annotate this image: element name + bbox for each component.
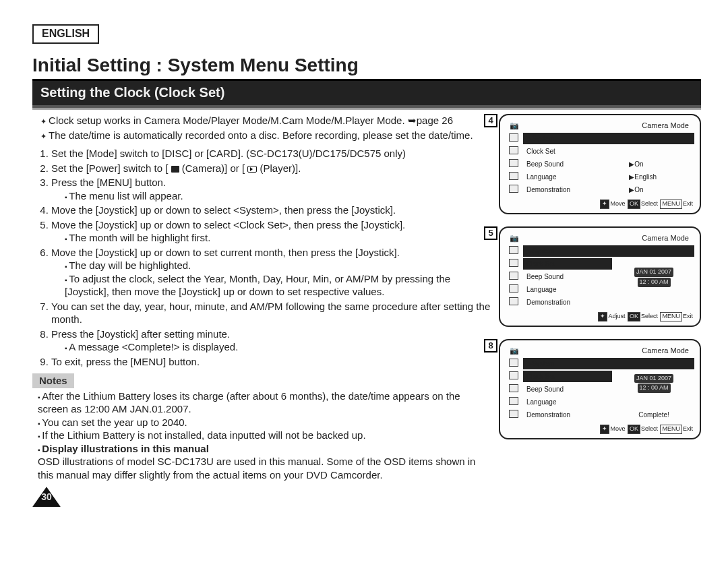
heading-gradient	[32, 108, 701, 110]
osd-menu-list: ▶System Clock Set JAN 01 2007 12 : 00 AM…	[504, 357, 696, 422]
step-item: To exit, press the [MENU] button.	[51, 355, 491, 369]
step-item: Set the [Mode] switch to [DISC] or [CARD…	[51, 147, 491, 160]
step-item: Move the [Joystick] up or down to set cu…	[51, 246, 491, 299]
osd-row-icon	[509, 371, 518, 379]
osd-hint-bar: ✦Move OKSelect MENUExit	[504, 197, 696, 209]
osd-row-icon	[509, 359, 518, 367]
osd-panel-5: 5 Camera Mode ▶System Clock Set JAN 01 2…	[499, 226, 701, 327]
note-item: Display illustrations in this manual OSD…	[38, 442, 491, 482]
intro-bullet: The date/time is automatically recorded …	[40, 129, 491, 142]
player-icon	[247, 166, 257, 173]
step-subitem: The day will be highlighted.	[65, 259, 491, 272]
osd-date-chip: JAN 01 2007	[634, 268, 673, 277]
step-item: Move the [Joystick] up or down to select…	[51, 218, 491, 245]
osd-row-icon	[509, 185, 518, 193]
osd-panel-4: 4 Camera Mode ▶System Clock Set Beep Sou…	[499, 114, 701, 214]
note-item: You can set the year up to 2040.	[38, 416, 491, 429]
osd-row-icon	[509, 297, 518, 305]
osd-panel-8: 8 Camera Mode ▶System Clock Set JAN 01 2…	[499, 339, 701, 439]
note-item: After the Lithium Battery loses its char…	[38, 390, 491, 416]
notes-label: Notes	[32, 373, 74, 388]
osd-step-number: 5	[484, 226, 497, 240]
page-number-badge: 30	[32, 487, 61, 507]
ok-icon: OK	[628, 312, 640, 321]
osd-row-icon	[509, 146, 518, 154]
ok-icon: OK	[628, 425, 640, 434]
nav-icon: ✦	[598, 312, 607, 321]
nav-icon: ✦	[600, 425, 609, 434]
step-subitem: To adjust the clock, select the Year, Mo…	[65, 272, 491, 299]
osd-hint-bar: ✦Move OKSelect MENUExit	[504, 422, 696, 434]
menu-icon: MENU	[660, 425, 682, 434]
osd-menu-list: ▶System Clock Set Beep Sound▶On Language…	[504, 131, 696, 197]
osd-step-number: 8	[484, 339, 497, 352]
osd-row-icon	[509, 284, 518, 293]
intro-bullet: Clock setup works in Camera Mode/Player …	[40, 114, 491, 127]
osd-row-icon	[509, 397, 518, 405]
step-item: Press the [MENU] button. The menu list w…	[51, 176, 491, 202]
osd-row-icon	[509, 246, 518, 254]
step-subitem: A message <Complete!> is displayed.	[65, 340, 491, 354]
osd-step-number: 4	[484, 114, 497, 127]
page-title: Initial Setting : System Menu Setting	[32, 53, 701, 81]
osd-column: 4 Camera Mode ▶System Clock Set Beep Sou…	[499, 114, 701, 507]
osd-row-icon	[509, 133, 518, 142]
language-badge: ENGLISH	[32, 24, 99, 44]
section-title: Setting the Clock (Clock Set)	[32, 81, 701, 108]
step-item: Move the [Joystick] up or down to select…	[51, 204, 491, 217]
osd-hint-bar: ✦Adjust OKSelect MENUExit	[504, 309, 696, 321]
osd-row-icon	[509, 159, 518, 167]
osd-mode-title: Camera Mode	[504, 346, 696, 355]
osd-menu-list: ▶System Clock Set JAN 01 2007 12 : 00 AM…	[504, 244, 696, 309]
osd-row-icon	[509, 384, 518, 392]
osd-time-chip: 12 : 00 AM	[638, 278, 671, 287]
step-item: You can set the day, year, hour, minute,…	[51, 300, 491, 326]
menu-icon: MENU	[660, 312, 682, 321]
main-text-column: Clock setup works in Camera Mode/Player …	[32, 114, 491, 507]
menu-icon: MENU	[660, 200, 682, 209]
step-subitem: The month will be highlight first.	[65, 231, 491, 245]
step-subitem: The menu list will appear.	[65, 189, 491, 203]
osd-time-chip: 12 : 00 AM	[638, 383, 671, 393]
osd-date-chip: JAN 01 2007	[634, 374, 673, 383]
ok-icon: OK	[628, 200, 640, 209]
step-item: Set the [Power] switch to [ (Camera)] or…	[51, 162, 491, 175]
nav-icon: ✦	[600, 200, 609, 209]
camera-icon	[171, 166, 179, 173]
osd-row-icon	[509, 410, 518, 418]
osd-mode-title: Camera Mode	[504, 233, 696, 243]
osd-row-icon	[509, 172, 518, 180]
step-item: Press the [Joystick] after setting minut…	[51, 328, 491, 354]
osd-mode-title: Camera Mode	[504, 121, 696, 130]
note-item: If the Lithium Battery is not installed,…	[38, 429, 491, 442]
osd-row-icon	[509, 272, 518, 280]
osd-row-icon	[509, 259, 518, 267]
